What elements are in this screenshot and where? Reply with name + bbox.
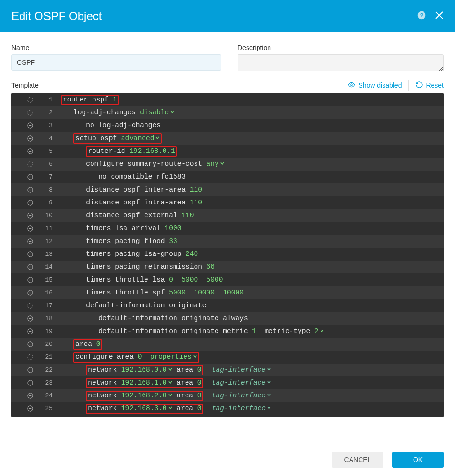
code-token: timers lsa arrival (86, 222, 165, 235)
code-line: area 0 (59, 338, 102, 351)
template-label: Template (11, 81, 348, 89)
code-row[interactable]: router-id 192.168.0.1 (59, 145, 444, 158)
code-token-trail[interactable]: tag-interface (212, 402, 266, 415)
code-token: area (173, 389, 197, 402)
code-row[interactable]: timers throttle spf 5000 10000 10000 (59, 286, 444, 299)
chevron-down-icon[interactable] (267, 364, 271, 376)
row-toggle-icon[interactable] (11, 135, 37, 142)
dialog-header: Edit OSPF Object ? (0, 0, 455, 32)
code-line: configure summary-route-cost any (59, 158, 225, 171)
highlight-box: router-id 192.168.0.1 (86, 146, 177, 157)
row-toggle-icon[interactable] (11, 148, 37, 154)
name-field[interactable] (11, 54, 221, 71)
row-toggle-icon[interactable] (11, 367, 37, 373)
template-editor[interactable]: 1234567891011121314151617181920212223242… (11, 93, 444, 417)
code-token (215, 286, 223, 299)
code-line: timers throttle lsa 0 5000 5000 (59, 273, 223, 286)
ok-button[interactable]: OK (392, 452, 444, 468)
chevron-down-icon[interactable] (170, 106, 175, 119)
row-toggle-icon[interactable] (11, 238, 37, 244)
code-token: disable (140, 106, 169, 119)
row-toggle-icon[interactable] (11, 315, 37, 322)
code-row[interactable]: timers throttle lsa 0 5000 5000 (59, 273, 444, 286)
code-row[interactable]: distance ospf intra-area 110 (59, 196, 444, 209)
row-toggle-icon[interactable] (11, 277, 37, 283)
row-toggle-icon[interactable] (11, 354, 37, 360)
highlight-box: area 0 (73, 339, 102, 350)
indent (61, 106, 73, 119)
code-row[interactable]: area 0 (59, 338, 444, 351)
help-icon[interactable]: ? (417, 10, 426, 22)
chevron-down-icon[interactable] (155, 132, 160, 145)
chevron-down-icon[interactable] (267, 402, 271, 415)
line-number: 11 (37, 222, 59, 235)
chevron-down-icon[interactable] (320, 325, 324, 338)
chevron-down-icon[interactable] (267, 376, 271, 389)
chevron-down-icon[interactable] (168, 389, 173, 402)
code-row[interactable]: router ospf 1 (59, 93, 444, 106)
row-toggle-icon[interactable] (11, 393, 37, 399)
row-toggle-icon[interactable] (11, 110, 37, 116)
row-toggle-icon[interactable] (11, 303, 37, 309)
chevron-down-icon[interactable] (193, 351, 197, 364)
code-token: network (88, 376, 121, 389)
code-row[interactable]: distance ospf inter-area 110 (59, 183, 444, 196)
code-row[interactable]: distance ospf external 110 (59, 209, 444, 222)
code-row[interactable]: timers pacing flood 33 (59, 235, 444, 248)
row-toggle-icon[interactable] (11, 213, 37, 219)
code-row[interactable]: no log-adj-changes (59, 119, 444, 132)
code-row[interactable]: configure summary-route-cost any (59, 158, 444, 171)
chevron-down-icon[interactable] (168, 402, 173, 415)
row-toggle-icon[interactable] (11, 290, 37, 296)
code-row[interactable]: setup ospf advanced (59, 132, 444, 145)
code-row[interactable]: configure area 0 properties (59, 351, 444, 364)
row-toggle-icon[interactable] (11, 161, 37, 167)
chevron-down-icon[interactable] (267, 389, 271, 402)
cancel-button[interactable]: CANCEL (332, 452, 383, 468)
code-row[interactable]: default-information originate (59, 299, 444, 312)
code-row[interactable]: network 192.168.3.0 area 0 tag-interface (59, 402, 444, 415)
code-token-trail[interactable]: tag-interface (212, 364, 266, 376)
code-token-trail[interactable]: tag-interface (212, 389, 266, 402)
row-toggle-icon[interactable] (11, 405, 37, 412)
close-icon[interactable] (435, 11, 444, 21)
row-toggle-icon[interactable] (11, 264, 37, 270)
gutter-row: 6 (11, 158, 59, 171)
row-toggle-icon[interactable] (11, 187, 37, 193)
code-row[interactable]: network 192.168.2.0 area 0 tag-interface (59, 389, 444, 402)
row-toggle-icon[interactable] (11, 251, 37, 257)
show-disabled-button[interactable]: Show disabled (348, 81, 402, 90)
description-field[interactable] (238, 54, 444, 71)
row-toggle-icon[interactable] (11, 380, 37, 386)
chevron-down-icon[interactable] (168, 364, 173, 376)
code-row[interactable]: no compatible rfc1583 (59, 171, 444, 183)
reset-button[interactable]: Reset (415, 81, 444, 90)
chevron-down-icon[interactable] (220, 158, 225, 171)
indent (61, 389, 86, 402)
row-toggle-icon[interactable] (11, 174, 37, 180)
code-row[interactable]: log-adj-changes disable (59, 106, 444, 119)
row-toggle-icon[interactable] (11, 97, 37, 103)
code-token: 110 (190, 183, 202, 196)
chevron-down-icon[interactable] (168, 376, 173, 389)
line-number: 1 (37, 93, 59, 106)
row-toggle-icon[interactable] (11, 225, 37, 232)
code-row[interactable]: network 192.168.1.0 area 0 tag-interface (59, 376, 444, 389)
code-row[interactable]: default-information originate always (59, 312, 444, 325)
indent (61, 222, 86, 235)
code-token: 33 (169, 235, 177, 248)
code-token (198, 273, 206, 286)
code-row[interactable]: default-information originate metric 1 m… (59, 325, 444, 338)
code-row[interactable]: network 192.168.0.0 area 0 tag-interface (59, 364, 444, 376)
code-row[interactable]: timers lsa arrival 1000 (59, 222, 444, 235)
code-token-trail[interactable]: tag-interface (212, 376, 266, 389)
gutter-row: 11 (11, 222, 59, 235)
code-row[interactable]: timers pacing retransmission 66 (59, 261, 444, 273)
row-toggle-icon[interactable] (11, 341, 37, 347)
code-token: network (88, 389, 121, 402)
row-toggle-icon[interactable] (11, 328, 37, 334)
row-toggle-icon[interactable] (11, 200, 37, 206)
row-toggle-icon[interactable] (11, 122, 37, 129)
code-row[interactable]: timers pacing lsa-group 240 (59, 248, 444, 261)
code-token: 192.168.0.0 (121, 364, 167, 376)
